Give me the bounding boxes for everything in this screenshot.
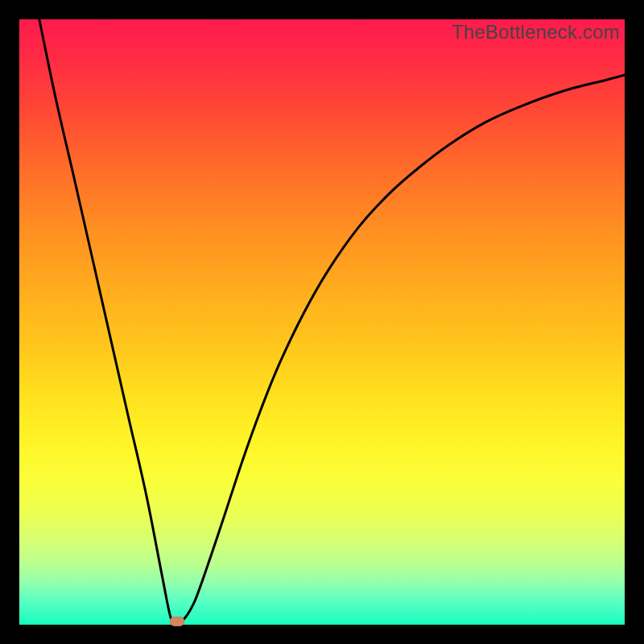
chart-frame: TheBottleneck.com: [19, 19, 625, 625]
chart-marker-dot: [170, 617, 184, 626]
watermark-text: TheBottleneck.com: [452, 21, 620, 43]
chart-gradient-background: [19, 19, 625, 625]
